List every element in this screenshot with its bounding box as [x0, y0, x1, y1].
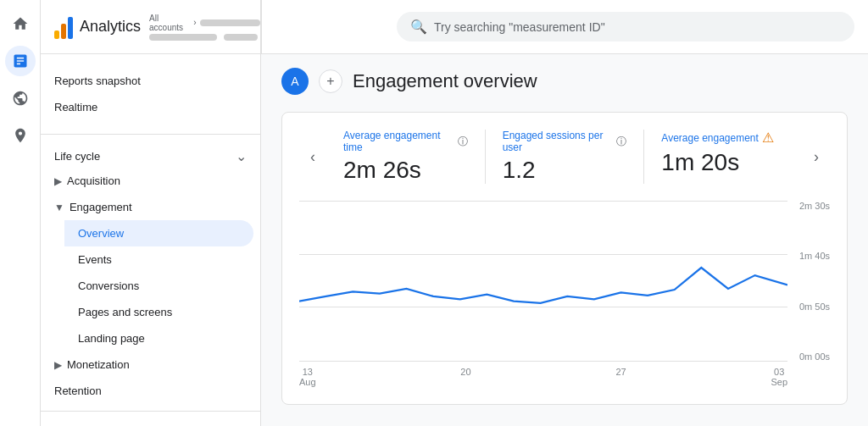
metrics-items: Average engagement time ⓘ 2m 26s Engaged…	[326, 130, 803, 184]
account-email-blur	[149, 34, 217, 41]
sidebar-top-items: Reports snapshot Realtime	[41, 61, 260, 127]
app-title: Analytics	[80, 18, 141, 36]
chart-x-labels: 13 Aug 20 27 03 Sep	[299, 367, 787, 387]
metric-avg-engagement: Average engagement ⚠ 1m 20s	[644, 130, 803, 184]
metrics-card: ‹ Average engagement time ⓘ 2m 26s	[281, 112, 848, 405]
sidebar-item-pages-screens[interactable]: Pages and screens	[64, 299, 253, 325]
reports-rail-icon[interactable]	[5, 46, 36, 76]
warning-icon: ⚠	[762, 130, 774, 146]
metric-label-0: Average engagement time ⓘ	[343, 130, 468, 153]
sidebar-item-realtime[interactable]: Realtime	[41, 94, 260, 120]
user-section-header[interactable]: User ⌄	[41, 418, 260, 426]
chart-svg	[299, 201, 787, 354]
metric-value-1: 1.2	[503, 157, 627, 184]
content-area: Analytics All accounts › Reports snapsho…	[41, 0, 868, 426]
metric-label-1: Engaged sessions per user ⓘ	[503, 130, 627, 153]
y-label-2: 0m 50s	[799, 302, 830, 312]
sidebar-item-retention[interactable]: Retention	[41, 378, 253, 404]
add-comparison-button[interactable]: +	[319, 69, 342, 93]
metric-engaged-sessions: Engaged sessions per user ⓘ 1.2	[486, 130, 645, 184]
metrics-row: ‹ Average engagement time ⓘ 2m 26s	[299, 130, 830, 184]
chart-area: 2m 30s 1m 40s 0m 50s 0m 00s 13 Aug 20	[299, 201, 830, 387]
explore-rail-icon[interactable]	[5, 83, 36, 113]
metrics-prev-arrow[interactable]: ‹	[299, 143, 326, 170]
avatar: A	[281, 68, 309, 95]
y-label-0: 2m 30s	[799, 201, 830, 211]
search-icon: 🔍	[410, 19, 427, 35]
y-label-3: 0m 00s	[799, 351, 830, 362]
page-title: Engagement overview	[353, 70, 537, 92]
metric-avg-engagement-time: Average engagement time ⓘ 2m 26s	[326, 130, 486, 184]
chart-line	[299, 268, 787, 303]
sidebar-item-landing-page[interactable]: Landing page	[64, 325, 253, 351]
main-wrap: 🔍 Try searching "measurement ID" A + Eng…	[261, 0, 868, 426]
engagement-sub-items: Overview Events Conversions Pages and sc…	[41, 220, 260, 351]
advertising-rail-icon[interactable]	[5, 120, 36, 151]
metric-help-0[interactable]: ⓘ	[458, 135, 468, 149]
sidebar: Analytics All accounts › Reports snapsho…	[41, 0, 261, 426]
x-label-2: 27	[615, 367, 626, 387]
metric-value-0: 2m 26s	[343, 157, 468, 184]
metric-value-2: 1m 20s	[661, 149, 786, 176]
acquisition-arrow: ▶	[54, 175, 62, 187]
logo-icon	[54, 15, 73, 39]
sidebar-item-reports-snapshot[interactable]: Reports snapshot	[41, 68, 260, 94]
metric-help-1[interactable]: ⓘ	[616, 135, 626, 149]
sidebar-item-overview[interactable]: Overview	[64, 220, 253, 246]
sidebar-item-conversions[interactable]: Conversions	[64, 273, 253, 299]
sidebar-item-monetization[interactable]: ▶ Monetization	[41, 351, 253, 378]
x-label-3: 03 Sep	[771, 367, 787, 387]
lifecycle-chevron: ⌄	[236, 148, 247, 164]
topbar: 🔍 Try searching "measurement ID"	[261, 0, 868, 54]
sidebar-item-events[interactable]: Events	[64, 246, 253, 273]
sidebar-inner: Reports snapshot Realtime Life cycle ⌄ ▶…	[41, 54, 260, 426]
monetization-arrow: ▶	[54, 359, 62, 371]
divider-1	[41, 134, 260, 135]
breadcrumb-all: All accounts	[149, 14, 190, 32]
lifecycle-section-header[interactable]: Life cycle ⌄	[41, 141, 260, 168]
icon-rail	[0, 0, 41, 426]
logo-area: Analytics	[54, 15, 141, 39]
search-placeholder: Try searching "measurement ID"	[434, 20, 605, 34]
home-rail-icon[interactable]	[5, 8, 36, 39]
y-label-1: 1m 40s	[799, 251, 830, 261]
page-header: A + Engagement overview	[281, 68, 848, 95]
account-name-blur	[200, 19, 261, 26]
account-info: All accounts ›	[149, 14, 260, 41]
engagement-arrow: ▼	[54, 202, 64, 213]
search-bar: 🔍 Try searching "measurement ID"	[397, 12, 854, 41]
x-label-1: 20	[460, 367, 470, 387]
lifecycle-label: Life cycle	[54, 150, 100, 163]
chart-y-labels: 2m 30s 1m 40s 0m 50s 0m 00s	[799, 201, 830, 362]
x-label-0: 13 Aug	[299, 367, 316, 387]
account-id-blur	[224, 34, 258, 41]
sidebar-item-acquisition[interactable]: ▶ Acquisition	[41, 168, 253, 194]
sidebar-item-engagement[interactable]: ▼ Engagement	[41, 194, 253, 220]
metric-label-2: Average engagement ⚠	[661, 130, 786, 146]
grid-line-bottom	[299, 361, 787, 362]
search-input-wrap[interactable]: 🔍 Try searching "measurement ID"	[397, 12, 854, 41]
page-content: A + Engagement overview ‹ Average engage…	[261, 54, 868, 426]
metrics-next-arrow[interactable]: ›	[803, 143, 830, 170]
divider-2	[41, 411, 260, 412]
